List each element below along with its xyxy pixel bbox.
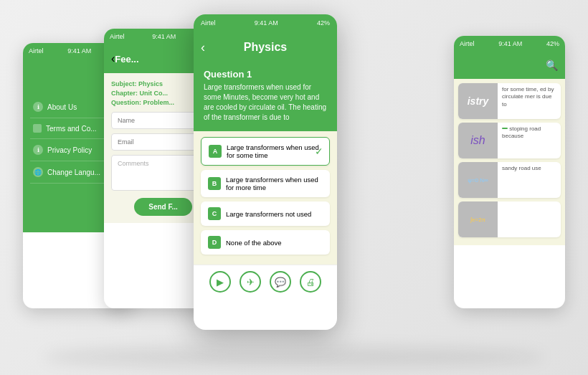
- question-number: Question 1: [204, 69, 327, 80]
- globe-icon: 🌐: [33, 167, 43, 177]
- privacy-icon: ℹ: [33, 145, 43, 155]
- header-title-mid: Fee...: [115, 54, 138, 65]
- header-title-main: Physics: [244, 41, 287, 54]
- carrier-left: Airtel: [29, 47, 44, 54]
- chat-button[interactable]: 💬: [270, 271, 291, 293]
- send-button-main[interactable]: ✈: [240, 271, 261, 293]
- send-button[interactable]: Send F...: [134, 198, 192, 216]
- option-label-a: A: [209, 145, 222, 158]
- list-item-4[interactable]: ∫e=2π: [458, 201, 561, 237]
- green-tag-2: [502, 128, 508, 129]
- time-right: 9:41 AM: [498, 40, 522, 47]
- answer-option-a[interactable]: A Large transformers when used for some …: [201, 137, 330, 166]
- thumb-4: ∫e=2π: [458, 201, 498, 237]
- list-item-3[interactable]: ψ=0 N∞ sandy road use: [458, 162, 561, 198]
- list-item-1[interactable]: istry for some time, ed by circulate mer…: [458, 83, 561, 119]
- time-mid: 9:41 AM: [152, 33, 176, 40]
- carrier-mid: Airtel: [110, 33, 125, 40]
- status-bar-right: Airtel 9:41 AM 42%: [454, 36, 565, 52]
- card-text-2: stoping road because: [498, 123, 561, 158]
- thumb-2: ish: [458, 123, 498, 158]
- list-item-2[interactable]: ish stoping road because: [458, 123, 561, 158]
- answers-area: A Large transformers when used for some …: [194, 131, 337, 265]
- answer-option-b[interactable]: B Large transformers when used for more …: [201, 170, 330, 197]
- carrier-right: Airtel: [460, 40, 475, 47]
- option-text-a: Large transformers when used for some ti…: [227, 143, 322, 159]
- battery-main: 42%: [317, 19, 330, 27]
- thumb-1: istry: [458, 83, 498, 119]
- answer-option-d[interactable]: D None of the above: [201, 230, 330, 255]
- search-icon-right[interactable]: 🔍: [546, 60, 558, 71]
- option-label-d: D: [208, 236, 221, 249]
- list-area: istry for some time, ed by circulate mer…: [454, 79, 565, 245]
- time-left: 9:41 AM: [67, 47, 91, 54]
- option-text-b: Large transformers when used for more ti…: [226, 176, 323, 191]
- bottom-bar: ▶ ✈ 💬 🖨: [194, 265, 337, 298]
- back-arrow-main[interactable]: ‹: [201, 40, 205, 55]
- option-label-c: C: [208, 207, 221, 220]
- card-text-1: for some time, ed by circulate mer is du…: [498, 83, 561, 119]
- thumb-3: ψ=0 N∞: [458, 162, 498, 198]
- checkmark-a: ✓: [315, 146, 323, 157]
- card-text-3: sandy road use: [498, 162, 546, 198]
- option-text-d: None of the above: [226, 239, 282, 247]
- status-bar-main: Airtel 9:41 AM 42%: [194, 14, 337, 32]
- bg-shadow: [43, 346, 545, 368]
- play-button[interactable]: ▶: [209, 271, 231, 293]
- answer-option-c[interactable]: C Large transformers not used: [201, 201, 330, 226]
- question-text: Large transformers when used for some Mi…: [204, 82, 327, 123]
- header-right: 🔍: [454, 52, 565, 79]
- card-text-4: [498, 201, 506, 237]
- scene: Airtel 9:41 AM 42% ℹ About Us Terms and …: [0, 0, 588, 375]
- option-text-c: Large transformers not used: [226, 210, 311, 218]
- phone-right: Airtel 9:41 AM 42% 🔍 istry for some time…: [454, 36, 565, 308]
- header-main: ‹ Physics: [194, 32, 337, 63]
- print-button[interactable]: 🖨: [300, 271, 321, 293]
- info-icon: ℹ: [33, 102, 43, 112]
- doc-icon: [33, 124, 42, 133]
- question-banner: Question 1 Large transformers when used …: [194, 63, 337, 131]
- phone-main: Airtel 9:41 AM 42% ‹ Physics Question 1 …: [194, 14, 337, 330]
- battery-right: 42%: [546, 40, 559, 47]
- carrier-main: Airtel: [201, 19, 216, 27]
- option-label-b: B: [208, 177, 221, 190]
- time-main: 9:41 AM: [255, 19, 278, 27]
